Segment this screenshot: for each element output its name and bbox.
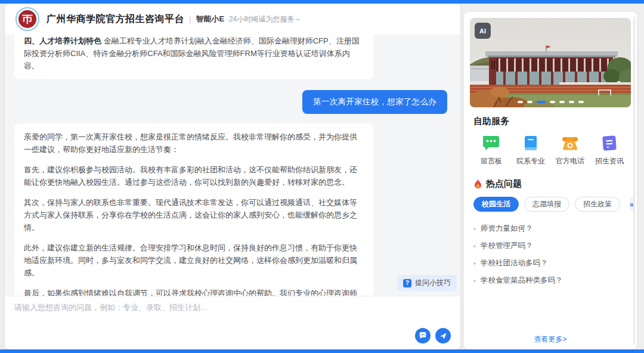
service-label: 官方电话 <box>556 156 584 166</box>
ai-note-heading: 四、人才培养计划特色 <box>24 36 101 45</box>
hot-question-list: 师资力量如何？ 学校管理严吗？ 学校社团活动多吗？ 学校食堂菜品种类多吗？ <box>473 220 627 289</box>
hot-question-label: 师资力量如何？ <box>481 224 533 234</box>
news-icon <box>600 134 618 152</box>
self-service-title: 自助服务 <box>473 116 627 127</box>
hot-question[interactable]: 学校管理严吗？ <box>473 237 627 255</box>
quick-chat-button[interactable] <box>415 328 431 343</box>
hot-question-label: 学校食堂菜品种类多吗？ <box>481 275 563 286</box>
message-board-icon <box>482 134 501 152</box>
tag-policy[interactable]: 招生政策 <box>575 197 620 212</box>
hot-question[interactable]: 学校食堂菜品种类多吗？ <box>473 272 627 289</box>
hot-question[interactable]: 师资力量如何？ <box>473 220 627 237</box>
send-button[interactable] <box>435 328 451 343</box>
hot-question-label: 学校管理严吗？ <box>481 241 533 251</box>
carousel-dot[interactable] <box>569 101 574 103</box>
chat-input-area <box>5 296 460 349</box>
chat-header: 帀 广州华商学院官方招生咨询平台 | 智能小E ·24小时竭诚为您服务～ <box>5 4 460 35</box>
tag-application[interactable]: 志愿填报 <box>524 197 569 212</box>
tag-campus-life[interactable]: 校园生活 <box>473 197 519 212</box>
question-tips-button[interactable]: ? 提问小技巧 <box>397 275 457 291</box>
service-message-board[interactable]: 留言板 <box>475 134 508 166</box>
app-window: 帀 广州华商学院官方招生咨询平台 | 智能小E ·24小时竭诚为您服务～ 四、人… <box>0 0 644 353</box>
carousel-dot[interactable] <box>527 101 532 103</box>
hot-topics-header: 热点问题 <box>473 178 627 190</box>
chat-panel: 帀 广州华商学院官方招生咨询平台 | 智能小E ·24小时竭诚为您服务～ 四、人… <box>5 4 460 349</box>
page-title: 广州华商学院官方招生咨询平台 <box>47 13 184 26</box>
send-icon <box>439 332 447 340</box>
question-mark-icon: ? <box>403 279 411 287</box>
flame-icon <box>473 179 482 189</box>
ai-reply-paragraph: 此外，建议你建立新的生活规律。合理安排学习和休息时间，保持良好的作息习惯，有助于… <box>24 241 364 279</box>
chat-bubble-icon <box>419 332 427 340</box>
service-admission-news[interactable]: 招生资讯 <box>593 134 626 166</box>
user-message: 第一次离开家住校，想家了怎么办 <box>302 90 447 114</box>
carousel-dot[interactable] <box>578 101 584 103</box>
carousel-dot-active[interactable] <box>537 101 546 103</box>
question-tips-label: 提问小技巧 <box>415 278 451 288</box>
service-label: 留言板 <box>481 156 502 166</box>
user-message-row: 第一次离开家住校，想家了怎么办 <box>14 90 447 114</box>
hot-topic-tags: 校园生活 志愿填报 招生政策 » <box>473 197 631 212</box>
bullet-dot-icon <box>473 280 476 282</box>
bullet-dot-icon <box>473 228 476 230</box>
sidebar-panel: AI 自助服务 留言 <box>464 12 637 349</box>
service-label: 院系专业 <box>516 156 545 166</box>
view-more-link[interactable]: 查看更多> <box>464 335 637 345</box>
chat-input[interactable] <box>14 302 372 326</box>
ai-reply-paragraph: 其次，保持与家人的联系也非常重要。现代通讯技术非常发达，你可以通过视频通话、社交… <box>24 196 364 234</box>
campus-photo-carousel[interactable]: AI <box>470 18 631 107</box>
school-logo-seal: 帀 <box>18 10 36 28</box>
bullet-dot-icon <box>473 262 476 265</box>
carousel-dot[interactable] <box>559 101 565 103</box>
school-logo: 帀 <box>16 7 39 31</box>
page-background: 帀 广州华商学院官方招生咨询平台 | 智能小E ·24小时竭诚为您服务～ 四、人… <box>0 4 644 349</box>
title-separator: | <box>189 15 191 24</box>
book-icon <box>522 134 540 152</box>
hot-question[interactable]: 学校社团活动多吗？ <box>473 255 627 272</box>
self-service-row: 留言板 院系专业 <box>464 127 637 166</box>
ai-reply-paragraph: 亲爱的同学，第一次离开家住校，想家是很正常的情绪反应。我校非常理解你的感受，并为… <box>24 131 364 156</box>
carousel-dots <box>470 101 631 103</box>
ai-message-truncated: 四、人才培养计划特色 金融工程专业人才培养计划融入金融经济师、国际金融理财师CF… <box>14 35 373 79</box>
assistant-tagline: ·24小时竭诚为您服务～ <box>227 14 301 24</box>
phone-icon <box>561 134 580 152</box>
chat-message-area[interactable]: 四、人才培养计划特色 金融工程专业人才培养计划融入金融经济师、国际金融理财师CF… <box>5 35 460 296</box>
service-official-phone[interactable]: 官方电话 <box>553 134 587 166</box>
campus-photo <box>470 18 631 107</box>
sidebar-scrollbar[interactable] <box>633 17 635 345</box>
hot-question-label: 学校社团活动多吗？ <box>481 258 548 268</box>
carousel-dot[interactable] <box>550 101 555 103</box>
ai-reply-message: 亲爱的同学，第一次离开家住校，想家是很正常的情绪反应。我校非常理解你的感受，并为… <box>14 123 373 296</box>
assistant-name: 智能小E <box>196 14 224 24</box>
ai-reply-paragraph: 首先，建议你积极参与校园活动。我校有丰富多彩的社团和活动，这不仅能帮助你结识新朋… <box>24 163 364 188</box>
carousel-dot[interactable] <box>518 101 523 103</box>
bullet-dot-icon <box>473 245 476 247</box>
ai-reply-paragraph: 最后，如果你感到情绪难以自我调节，可以寻求我校心理咨询中心的帮助。我们专业的心理… <box>24 287 364 296</box>
ai-badge: AI <box>475 23 491 39</box>
service-label: 招生资讯 <box>595 156 624 166</box>
hot-topics-title: 热点问题 <box>486 178 522 190</box>
service-departments[interactable]: 院系专业 <box>514 134 547 166</box>
